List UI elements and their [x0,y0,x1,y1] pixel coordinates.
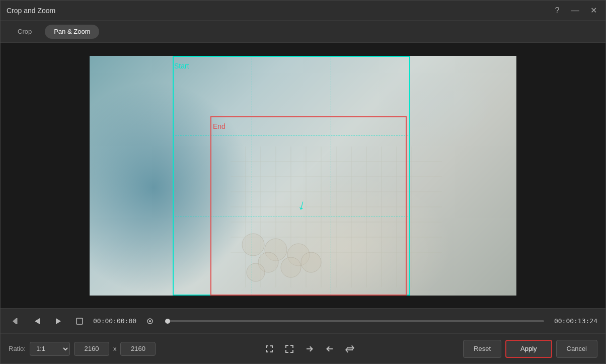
crop-zoom-window: Crop and Zoom ? — ✕ Crop Pan & Zoom [0,0,606,364]
svg-point-19 [242,234,264,256]
svg-point-23 [281,257,301,277]
svg-point-24 [247,263,265,281]
controls-bar: 00:00:00:00 00:00:13:24 [1,308,605,333]
step-back-button[interactable] [9,314,24,329]
time-current: 00:00:00:00 [93,317,136,325]
svg-marker-26 [13,318,16,324]
tab-pan-zoom[interactable]: Pan & Zoom [45,25,99,39]
apply-button[interactable]: Apply [505,340,552,358]
swap-button[interactable] [342,341,358,357]
svg-marker-28 [35,318,40,324]
play-button[interactable] [51,314,66,329]
align-right-button[interactable] [301,341,318,357]
titlebar: Crop and Zoom ? — ✕ [1,1,605,21]
svg-rect-27 [16,318,18,324]
minimize-button[interactable]: — [569,5,581,17]
svg-point-25 [301,252,321,272]
end-label: End [213,122,225,130]
align-left-button[interactable] [322,341,338,357]
seek-bar[interactable] [168,320,544,322]
dimension-separator: x [113,345,117,352]
cancel-button[interactable]: Cancel [556,340,597,358]
tabs-row: Crop Pan & Zoom [1,21,605,43]
svg-point-32 [149,320,151,322]
ratio-select[interactable]: 1:1 [30,342,70,356]
start-vline2 [331,56,331,296]
svg-marker-29 [56,318,61,324]
ratio-label: Ratio: [9,345,26,352]
height-input[interactable] [120,342,156,356]
shrink-to-fit-button[interactable] [261,341,277,357]
titlebar-controls: ? — ✕ [551,5,599,17]
help-button[interactable]: ? [551,5,563,17]
window-title: Crop and Zoom [7,7,551,15]
start-hline1 [173,135,410,136]
width-input[interactable] [74,342,109,356]
video-frame: Start End ↓ [90,56,516,296]
reset-button[interactable]: Reset [463,340,501,358]
bottom-bar: Ratio: 1:1 x [1,333,605,363]
expand-button[interactable] [281,341,297,357]
action-buttons: Reset Apply Cancel [463,340,597,358]
mark-button[interactable] [142,314,158,329]
start-hline2 [173,216,410,216]
mesh-overlay [231,147,442,287]
svg-rect-30 [77,318,83,324]
canvas-area: Start End ↓ [1,43,605,308]
stop-button[interactable] [72,314,87,329]
close-button[interactable]: ✕ [587,5,599,17]
start-vline1 [252,56,252,296]
tab-crop[interactable]: Crop [9,25,41,39]
seek-thumb [165,319,170,324]
start-label: Start [174,62,189,70]
time-total: 00:00:13:24 [554,317,597,325]
play-reverse-button[interactable] [30,314,45,329]
